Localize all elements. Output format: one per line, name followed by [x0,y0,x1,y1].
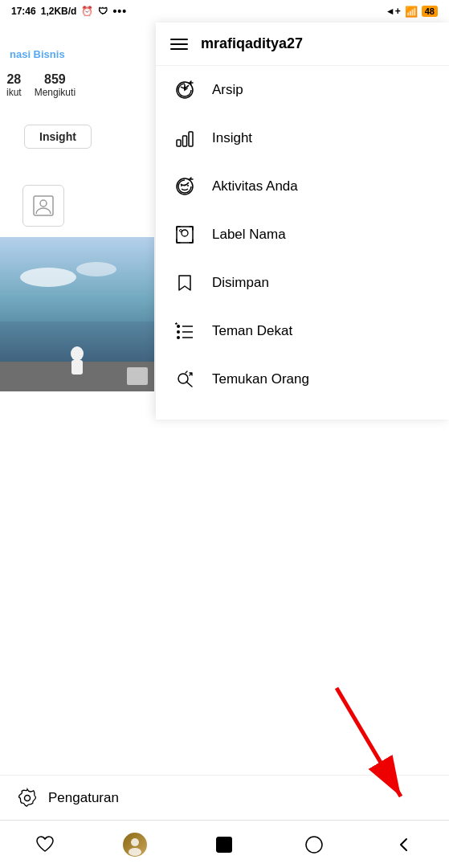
network-speed: 1,2KB/d [41,6,77,17]
svg-point-31 [131,838,139,846]
heart-icon [35,834,55,855]
svg-rect-17 [177,227,193,243]
label-icon [173,223,196,246]
svg-rect-33 [217,837,231,852]
svg-rect-11 [177,140,181,146]
svg-rect-13 [189,132,193,146]
svg-point-32 [129,848,141,856]
menu-item-aktivitas[interactable]: Aktivitas Anda [156,162,449,211]
back-icon [395,836,413,854]
archive-icon [173,79,196,101]
discover-icon [173,368,196,391]
svg-point-19 [180,230,182,232]
wifi-icon: 📶 [405,6,418,18]
menu-item-temukan[interactable]: Temukan Orang [156,355,449,403]
status-bar: 17:46 1,2KB/d ⏰ 🛡 ••• ◄+ 📶 48 [0,0,449,23]
arsip-label: Arsip [212,82,243,98]
insight-label: Insight [212,130,252,146]
circle-icon [304,835,324,854]
dropdown-menu: mrafiqaditya27 Arsip Insi [156,23,449,420]
menu-item-disimpan[interactable]: Disimpan [156,259,449,307]
time: 17:46 [11,6,36,17]
signal-back-icon: ◄+ [386,6,401,17]
alarm-icon: ⏰ [81,6,93,17]
saved-icon [173,272,196,294]
temukan-orang-label: Temukan Orang [212,371,309,387]
insight-icon [173,127,196,149]
square-icon [215,836,233,854]
svg-point-14 [177,178,193,194]
nav-back[interactable] [384,829,424,861]
profile-avatar [123,833,147,857]
menu-item-arsip[interactable]: Arsip [156,66,449,114]
pengaturan-bar[interactable]: Pengaturan [0,775,449,820]
svg-point-34 [306,837,322,853]
dropdown-username: mrafiqaditya27 [201,35,303,52]
hamburger-menu-icon[interactable] [170,39,188,50]
aktivitas-label: Aktivitas Anda [212,178,298,194]
battery-icon: 48 [422,6,438,17]
nav-profile[interactable] [115,829,155,861]
status-left: 17:46 1,2KB/d ⏰ 🛡 ••• [11,5,127,18]
menu-item-teman[interactable]: Teman Dekat [156,307,449,355]
svg-point-15 [181,185,182,186]
bottom-navigation [0,820,449,868]
hamburger-line-2 [170,43,188,45]
nav-square[interactable] [204,829,244,861]
svg-point-22 [177,336,180,339]
svg-point-28 [25,795,31,800]
svg-point-16 [187,185,189,186]
menu-item-label[interactable]: Label Nama [156,211,449,259]
svg-point-18 [182,230,188,236]
dropdown-header: mrafiqaditya27 [156,23,449,66]
activity-icon [173,175,196,198]
nav-circle[interactable] [294,829,334,861]
svg-line-27 [186,382,192,387]
hamburger-line-1 [170,39,188,40]
nav-heart[interactable] [25,829,65,861]
menu-item-insight[interactable]: Insight [156,114,449,162]
close-friends-icon [173,320,196,342]
more-dots: ••• [112,5,127,18]
pengaturan-label: Pengaturan [48,790,119,806]
svg-rect-12 [183,136,187,146]
svg-point-21 [177,330,180,334]
settings-icon [16,787,39,809]
teman-dekat-label: Teman Dekat [212,323,292,339]
status-right: ◄+ 📶 48 [386,6,438,18]
hamburger-line-3 [170,48,188,50]
shield-icon: 🛡 [98,6,108,17]
disimpan-label: Disimpan [212,275,269,291]
label-nama-label: Label Nama [212,227,286,243]
